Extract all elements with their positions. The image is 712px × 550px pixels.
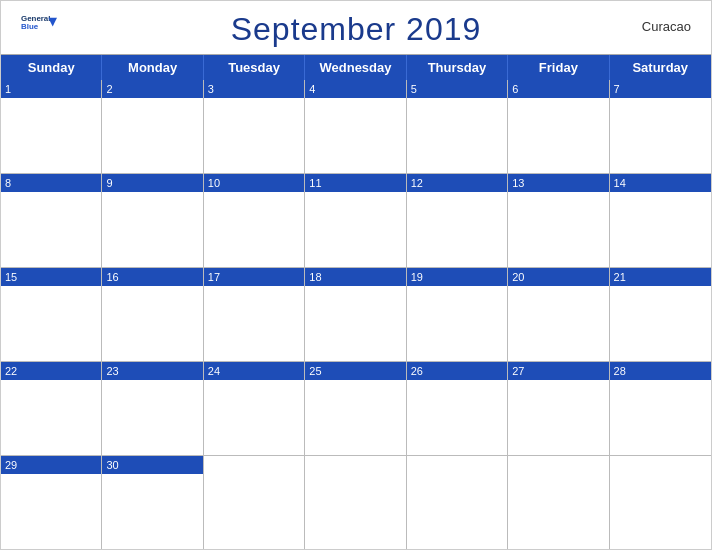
day-cell-16: 16	[102, 268, 203, 361]
day-cell-3: 3	[204, 80, 305, 173]
day-cell-5: 5	[407, 80, 508, 173]
day-number: 4	[305, 80, 405, 98]
day-header-thursday: Thursday	[407, 55, 508, 80]
generalblue-logo-icon: General Blue	[21, 11, 57, 39]
day-cell-14: 14	[610, 174, 711, 267]
day-header-wednesday: Wednesday	[305, 55, 406, 80]
day-number: 29	[1, 456, 101, 474]
svg-text:Blue: Blue	[21, 22, 39, 31]
day-number: 22	[1, 362, 101, 380]
day-cell-19: 19	[407, 268, 508, 361]
day-number: 24	[204, 362, 304, 380]
day-cell-30: 30	[102, 456, 203, 549]
day-number: 15	[1, 268, 101, 286]
day-headers-row: SundayMondayTuesdayWednesdayThursdayFrid…	[1, 55, 711, 80]
day-number: 20	[508, 268, 608, 286]
day-cell-6: 6	[508, 80, 609, 173]
day-cell-7: 7	[610, 80, 711, 173]
calendar-title: September 2019	[231, 11, 482, 48]
day-header-monday: Monday	[102, 55, 203, 80]
day-cell-8: 8	[1, 174, 102, 267]
week-row-4: 22232425262728	[1, 362, 711, 456]
day-number: 9	[102, 174, 202, 192]
day-cell-17: 17	[204, 268, 305, 361]
day-number: 7	[610, 80, 711, 98]
calendar-container: General Blue September 2019 Curacao Sund…	[0, 0, 712, 550]
day-cell-empty-6	[610, 456, 711, 549]
day-cell-28: 28	[610, 362, 711, 455]
day-cell-10: 10	[204, 174, 305, 267]
day-number: 13	[508, 174, 608, 192]
day-cell-24: 24	[204, 362, 305, 455]
weeks-container: 1234567891011121314151617181920212223242…	[1, 80, 711, 549]
day-cell-4: 4	[305, 80, 406, 173]
calendar-header: General Blue September 2019 Curacao	[1, 1, 711, 54]
day-number: 27	[508, 362, 608, 380]
logo-area: General Blue	[21, 11, 57, 39]
week-row-1: 1234567	[1, 80, 711, 174]
day-cell-27: 27	[508, 362, 609, 455]
day-cell-9: 9	[102, 174, 203, 267]
calendar-grid: SundayMondayTuesdayWednesdayThursdayFrid…	[1, 54, 711, 549]
day-number: 16	[102, 268, 202, 286]
day-cell-empty-2	[204, 456, 305, 549]
day-cell-18: 18	[305, 268, 406, 361]
day-number: 5	[407, 80, 507, 98]
day-cell-empty-3	[305, 456, 406, 549]
day-number: 30	[102, 456, 202, 474]
day-cell-11: 11	[305, 174, 406, 267]
day-header-saturday: Saturday	[610, 55, 711, 80]
day-cell-empty-5	[508, 456, 609, 549]
day-header-sunday: Sunday	[1, 55, 102, 80]
week-row-3: 15161718192021	[1, 268, 711, 362]
day-cell-26: 26	[407, 362, 508, 455]
day-cell-13: 13	[508, 174, 609, 267]
day-number: 28	[610, 362, 711, 380]
day-cell-12: 12	[407, 174, 508, 267]
region-label: Curacao	[642, 19, 691, 34]
day-cell-29: 29	[1, 456, 102, 549]
day-header-tuesday: Tuesday	[204, 55, 305, 80]
day-number: 6	[508, 80, 608, 98]
day-cell-22: 22	[1, 362, 102, 455]
day-cell-15: 15	[1, 268, 102, 361]
day-number: 19	[407, 268, 507, 286]
day-number: 1	[1, 80, 101, 98]
day-cell-25: 25	[305, 362, 406, 455]
day-number: 18	[305, 268, 405, 286]
day-number: 12	[407, 174, 507, 192]
day-number: 11	[305, 174, 405, 192]
day-number: 26	[407, 362, 507, 380]
day-cell-21: 21	[610, 268, 711, 361]
week-row-2: 891011121314	[1, 174, 711, 268]
day-cell-1: 1	[1, 80, 102, 173]
day-header-friday: Friday	[508, 55, 609, 80]
day-number: 23	[102, 362, 202, 380]
day-number: 25	[305, 362, 405, 380]
day-cell-empty-4	[407, 456, 508, 549]
day-number: 14	[610, 174, 711, 192]
day-number: 17	[204, 268, 304, 286]
day-number: 3	[204, 80, 304, 98]
day-cell-20: 20	[508, 268, 609, 361]
calendar-title-area: September 2019	[231, 11, 482, 48]
day-number: 8	[1, 174, 101, 192]
day-cell-23: 23	[102, 362, 203, 455]
day-cell-2: 2	[102, 80, 203, 173]
day-number: 2	[102, 80, 202, 98]
week-row-5: 2930	[1, 456, 711, 549]
day-number: 21	[610, 268, 711, 286]
day-number: 10	[204, 174, 304, 192]
